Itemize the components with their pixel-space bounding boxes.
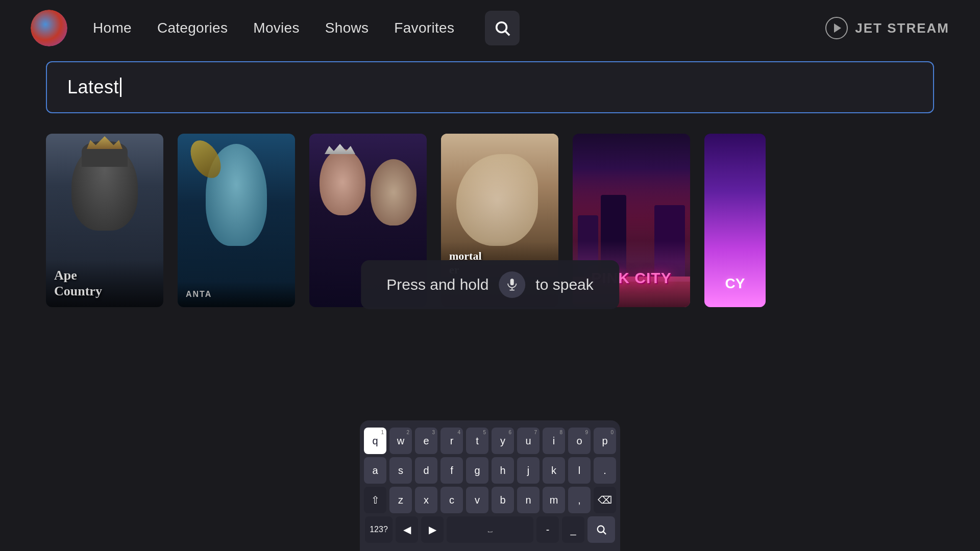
nav-links: Home Categories Movies Shows Favorites (93, 11, 825, 45)
key-u[interactable]: u7 (517, 428, 540, 454)
logo-avatar[interactable] (31, 10, 67, 46)
key-y[interactable]: y6 (492, 428, 514, 454)
keyboard-search-icon (596, 524, 607, 535)
key-underscore[interactable]: _ (562, 516, 584, 543)
movie-card-ape-country[interactable]: ApeCountry (46, 134, 163, 307)
key-l[interactable]: l (568, 457, 591, 484)
key-s[interactable]: s (389, 457, 412, 484)
card-title-cyber: CY (725, 276, 745, 291)
movie-card-anta[interactable]: ANTA (178, 134, 295, 307)
key-g[interactable]: g (466, 457, 488, 484)
header: Home Categories Movies Shows Favorites J… (0, 0, 980, 56)
card-title-anta: ANTA (186, 290, 287, 299)
search-bar-container: Latest (0, 61, 980, 113)
brand-logo: JET STREAM (825, 17, 949, 39)
key-c[interactable]: c (440, 487, 463, 513)
keyboard: q1 w2 e3 r4 t5 y6 u7 i8 o9 p0 a s d f g … (360, 420, 620, 551)
card-title-ape-country: ApeCountry (54, 267, 155, 299)
search-icon (494, 19, 511, 37)
voice-prefix: Press and hold (386, 276, 488, 293)
brand-play-icon (825, 17, 848, 39)
key-n[interactable]: n (517, 487, 540, 513)
text-cursor (120, 78, 121, 97)
nav-favorites[interactable]: Favorites (394, 20, 454, 36)
key-a[interactable]: a (364, 457, 386, 484)
svg-line-6 (603, 532, 606, 534)
key-left[interactable]: ◀ (396, 516, 418, 543)
keyboard-row-3: ⇧ z x c v b n m , ⌫ (365, 487, 615, 513)
key-i[interactable]: i8 (543, 428, 565, 454)
key-z[interactable]: z (389, 487, 412, 513)
svg-point-5 (598, 526, 604, 533)
microphone-icon (505, 278, 519, 292)
svg-point-0 (497, 22, 507, 33)
search-value: Latest (67, 77, 119, 98)
key-space[interactable]: ⎵ (447, 516, 533, 543)
key-k[interactable]: k (543, 457, 565, 484)
keyboard-row-1: q1 w2 e3 r4 t5 y6 u7 i8 o9 p0 (365, 428, 615, 454)
key-shift[interactable]: ⇧ (364, 487, 386, 513)
nav-shows[interactable]: Shows (325, 20, 369, 36)
key-search[interactable] (587, 516, 615, 543)
key-x[interactable]: x (415, 487, 437, 513)
nav-categories[interactable]: Categories (157, 20, 228, 36)
key-r[interactable]: r4 (440, 428, 463, 454)
key-f[interactable]: f (440, 457, 463, 484)
brand-name: JET STREAM (855, 20, 949, 36)
voice-tooltip: Press and hold to speak (361, 260, 619, 309)
key-hyphen[interactable]: - (536, 516, 559, 543)
key-d[interactable]: d (415, 457, 437, 484)
key-p[interactable]: p0 (594, 428, 616, 454)
key-t[interactable]: t5 (466, 428, 488, 454)
key-v[interactable]: v (466, 487, 488, 513)
nav-home[interactable]: Home (93, 20, 132, 36)
key-backspace[interactable]: ⌫ (594, 487, 616, 513)
key-w[interactable]: w2 (389, 428, 412, 454)
keyboard-row-4: 123? ◀ ▶ ⎵ - _ (365, 516, 615, 543)
svg-line-1 (506, 31, 510, 35)
voice-suffix: to speak (535, 276, 593, 293)
mic-icon[interactable] (499, 271, 525, 298)
key-123[interactable]: 123? (365, 516, 393, 543)
key-j[interactable]: j (517, 457, 540, 484)
key-o[interactable]: o9 (568, 428, 591, 454)
keyboard-row-2: a s d f g h j k l . (365, 457, 615, 484)
key-h[interactable]: h (492, 457, 514, 484)
key-b[interactable]: b (492, 487, 514, 513)
movie-card-cyber[interactable]: CY (704, 134, 766, 307)
key-q[interactable]: q1 (364, 428, 386, 454)
key-m[interactable]: m (543, 487, 565, 513)
key-right[interactable]: ▶ (421, 516, 444, 543)
search-bar[interactable]: Latest (46, 61, 934, 113)
key-period[interactable]: . (594, 457, 616, 484)
nav-movies[interactable]: Movies (253, 20, 300, 36)
key-comma[interactable]: , (568, 487, 591, 513)
key-e[interactable]: e3 (415, 428, 437, 454)
svg-rect-2 (510, 279, 514, 285)
search-button[interactable] (485, 11, 520, 45)
